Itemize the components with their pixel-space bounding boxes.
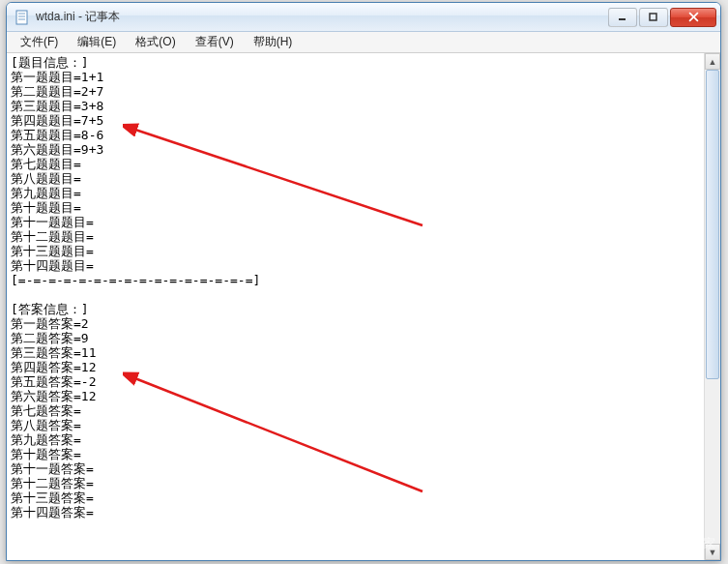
menu-file[interactable]: 文件(F): [11, 32, 68, 52]
vertical-scrollbar[interactable]: ▲ ▼: [704, 53, 720, 560]
minimize-button[interactable]: [608, 8, 637, 27]
window-title: wtda.ini - 记事本: [36, 9, 608, 25]
scroll-up-arrow[interactable]: ▲: [705, 53, 720, 70]
close-button[interactable]: [670, 8, 716, 27]
svg-rect-5: [650, 14, 656, 20]
titlebar[interactable]: wtda.ini - 记事本: [7, 3, 720, 32]
maximize-button[interactable]: [639, 8, 668, 27]
text-editor[interactable]: [题目信息：] 第一题题目=1+1 第二题题目=2+7 第三题题目=3+8 第四…: [7, 53, 704, 560]
menu-format[interactable]: 格式(O): [126, 32, 185, 52]
scroll-down-arrow[interactable]: ▼: [705, 544, 720, 560]
menu-view[interactable]: 查看(V): [186, 32, 244, 52]
menu-help[interactable]: 帮助(H): [244, 32, 303, 52]
notepad-icon: [15, 10, 30, 25]
scroll-thumb[interactable]: [706, 70, 719, 379]
notepad-window: wtda.ini - 记事本 文件(F) 编辑(E) 格式(O) 查看(V) 帮…: [6, 2, 721, 561]
menu-edit[interactable]: 编辑(E): [68, 32, 126, 52]
svg-rect-0: [16, 11, 27, 24]
menubar: 文件(F) 编辑(E) 格式(O) 查看(V) 帮助(H): [7, 32, 720, 53]
window-controls: [608, 8, 716, 27]
content-area: [题目信息：] 第一题题目=1+1 第二题题目=2+7 第三题题目=3+8 第四…: [7, 53, 720, 560]
